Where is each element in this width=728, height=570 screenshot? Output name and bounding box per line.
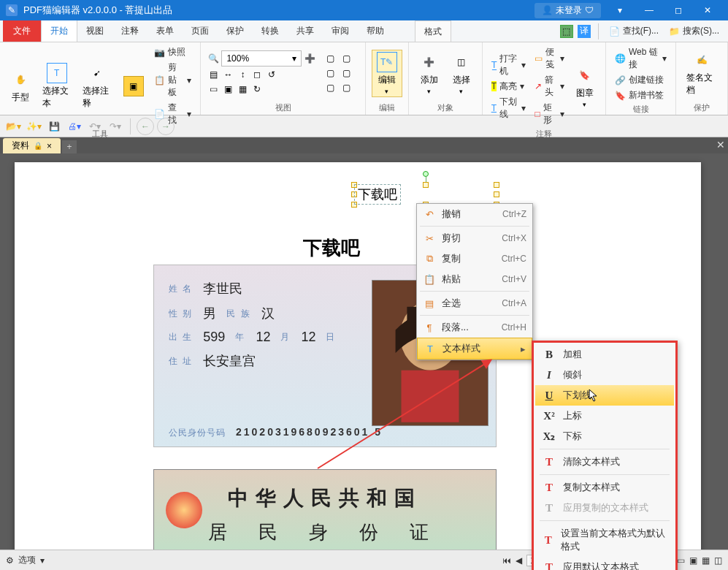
actual-size-icon[interactable]: ◻ — [250, 68, 264, 81]
layout-6-icon[interactable]: ▢ — [340, 81, 353, 94]
add-tab-button[interactable]: + — [62, 140, 77, 153]
document-tab[interactable]: 资料 🔒 × — [3, 138, 61, 153]
cm-undo[interactable]: ↶撤销Ctrl+Z — [417, 204, 532, 224]
cm-paste[interactable]: 📋粘贴Ctrl+V — [417, 269, 532, 289]
select-object[interactable]: ◫选择▾ — [447, 50, 476, 96]
first-page-icon[interactable]: ⏮ — [502, 555, 511, 566]
tab-view[interactable]: 视图 — [77, 20, 112, 42]
layout-status-4-icon[interactable]: ◫ — [714, 555, 722, 566]
user-status[interactable]: 👤 未登录 🛡 — [534, 3, 601, 18]
arrow-tool[interactable]: ↗箭头▾ — [532, 73, 567, 99]
add-object[interactable]: ➕添加▾ — [415, 50, 444, 96]
view-2-icon[interactable]: ▣ — [221, 83, 234, 96]
rotate-left-icon[interactable]: ↺ — [265, 68, 278, 81]
undo-icon[interactable]: ↶▾ — [86, 118, 104, 135]
resize-handle[interactable] — [494, 191, 499, 197]
add-bookmark[interactable]: 🔖新增书签 — [612, 88, 670, 102]
rotate-handle[interactable] — [423, 171, 429, 177]
find-action[interactable]: 📄查找(F)... — [606, 24, 662, 38]
cm-copy[interactable]: ⧉复制Ctrl+C — [417, 248, 532, 269]
sm-apply-default[interactable]: T应用默认文本格式 — [535, 557, 674, 570]
tab-annot[interactable]: 注释 — [112, 20, 147, 42]
layout-status-1-icon[interactable]: ▭ — [677, 555, 685, 566]
maximize-button[interactable]: ◻ — [664, 0, 693, 20]
fit-width-icon[interactable]: ↔ — [221, 68, 234, 81]
tab-convert[interactable]: 转换 — [253, 20, 288, 42]
highlight-tool[interactable]: T高亮▾ — [488, 80, 529, 94]
select-text-tool[interactable]: T选择文本 — [38, 61, 75, 111]
cm-paragraph[interactable]: ¶段落...Ctrl+H — [417, 317, 532, 338]
layout-5-icon[interactable]: ▢ — [340, 66, 353, 80]
nav-forward-icon[interactable]: → — [157, 118, 175, 135]
layout-status-3-icon[interactable]: ▦ — [702, 555, 710, 566]
resize-handle[interactable] — [423, 182, 429, 188]
open-icon[interactable]: 📂▾ — [4, 118, 22, 135]
cm-text-style[interactable]: T文本样式▸ — [417, 338, 532, 360]
select-annot-tool[interactable]: ➹选择注释 — [78, 61, 115, 111]
fit-height-icon[interactable]: ↕ — [236, 68, 249, 81]
print-icon[interactable]: 🖨▾ — [66, 118, 83, 135]
layout-3-icon[interactable]: ▢ — [323, 81, 337, 94]
tab-form[interactable]: 表单 — [147, 20, 183, 42]
sm-italic[interactable]: I倾斜 — [535, 365, 674, 385]
cm-cut[interactable]: ✂剪切Ctrl+X — [417, 228, 532, 248]
dropdown-button[interactable]: ▾ — [605, 0, 635, 20]
save-icon[interactable]: 💾 — [45, 118, 63, 135]
sm-set-default[interactable]: T设置当前文本格式为默认格式 — [535, 523, 674, 557]
view-1-icon[interactable]: ▭ — [207, 83, 220, 96]
search-action[interactable]: 📁搜索(S)... — [666, 24, 722, 38]
redo-icon[interactable]: ↷▾ — [107, 118, 124, 135]
tab-protect[interactable]: 保护 — [218, 20, 253, 42]
arrange-icon[interactable]: ⬚ — [560, 25, 573, 38]
zoom-input[interactable]: 100%▾ — [221, 50, 302, 66]
group-tool[interactable]: ▣ — [119, 75, 148, 98]
minimize-button[interactable]: — — [635, 0, 664, 20]
layout-1-icon[interactable]: ▢ — [323, 52, 337, 65]
options-label[interactable]: 选项 — [18, 554, 36, 566]
sm-clear[interactable]: T清除文本样式 — [535, 452, 674, 472]
sm-bold[interactable]: B加粗 — [535, 344, 674, 365]
translate-icon[interactable]: 译 — [578, 25, 591, 38]
sm-copy-style[interactable]: T复制文本样式 — [535, 477, 674, 498]
underline-tool[interactable]: T下划线▾ — [488, 95, 529, 121]
fit-page-icon[interactable]: ▤ — [207, 68, 220, 81]
rect-tool[interactable]: □矩形▾ — [532, 101, 567, 127]
sm-sup[interactable]: X²上标 — [535, 406, 674, 426]
close-all-tabs[interactable]: ✕ — [716, 139, 725, 151]
close-button[interactable]: ✕ — [693, 0, 722, 20]
layout-4-icon[interactable]: ▢ — [340, 52, 353, 65]
nav-back-icon[interactable]: ← — [137, 118, 154, 135]
file-menu[interactable]: 文件 — [3, 20, 41, 42]
sm-underline[interactable]: U下划线 — [535, 385, 674, 406]
sign-doc[interactable]: ✍签名文档 — [682, 48, 721, 98]
view-3-icon[interactable]: ▦ — [236, 83, 249, 96]
sm-sub[interactable]: X₂下标 — [535, 426, 674, 446]
tab-review[interactable]: 审阅 — [323, 20, 358, 42]
layout-2-icon[interactable]: ▢ — [323, 66, 337, 80]
selected-text-box[interactable]: 下载吧 — [354, 184, 401, 205]
create-link[interactable]: 🔗创建链接 — [612, 73, 670, 87]
rotate-right-icon[interactable]: ↻ — [250, 83, 264, 96]
tab-help[interactable]: 帮助 — [358, 20, 393, 42]
zoom-in-icon[interactable]: ➕ — [303, 52, 316, 65]
clipboard-tool[interactable]: 📋剪贴板▾ — [151, 61, 195, 99]
layout-status-2-icon[interactable]: ▣ — [689, 555, 697, 566]
note-tool[interactable]: ▭便笺▾ — [532, 45, 567, 72]
stamp-tool[interactable]: 🔖图章▾ — [570, 64, 599, 110]
snapshot-tool[interactable]: 📷快照 — [151, 45, 195, 59]
tab-format[interactable]: 格式 — [415, 20, 451, 42]
hand-tool[interactable]: ✋手型 — [6, 68, 35, 105]
edit-button[interactable]: T✎编辑▾ — [372, 50, 402, 97]
new-icon[interactable]: ✨▾ — [25, 118, 42, 135]
tab-share[interactable]: 共享 — [288, 20, 323, 42]
prev-page-icon[interactable]: ◀ — [516, 555, 522, 566]
web-link[interactable]: 🌐Web 链接▾ — [612, 45, 670, 72]
cm-select-all[interactable]: ▤全选Ctrl+A — [417, 293, 532, 314]
tab-start[interactable]: 开始 — [41, 20, 77, 42]
zoom-out-icon[interactable]: 🔍 — [207, 52, 220, 65]
resize-handle[interactable] — [494, 182, 499, 188]
typewriter-tool[interactable]: T̲打字机▾ — [488, 52, 529, 78]
tab-page[interactable]: 页面 — [183, 20, 218, 42]
tab-close-icon[interactable]: × — [47, 141, 52, 151]
gear-icon[interactable]: ⚙ — [6, 555, 14, 566]
